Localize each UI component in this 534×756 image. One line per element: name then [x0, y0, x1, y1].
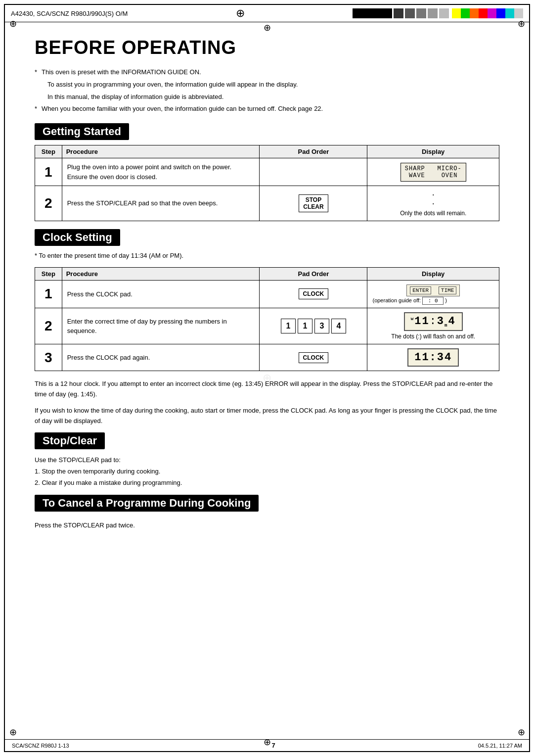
- pad-order-cell: 1 1 3 4: [260, 308, 367, 344]
- num-key-1b: 1: [298, 319, 312, 333]
- num-key-3: 3: [314, 319, 329, 333]
- only-dots-caption: Only the dots will remain.: [372, 210, 494, 217]
- clock-setting-section: Clock Setting * To enter the present tim…: [35, 229, 499, 371]
- col-padorder: Pad Order: [260, 145, 367, 158]
- display-cell: ENTER TIME (operation guide off: : 0 ): [367, 280, 499, 308]
- footer-right: 04.5.21, 11:27 AM: [478, 743, 522, 749]
- stop-clear-list: Use the STOP/CLEAR pad to: 1. Stop the o…: [35, 454, 499, 489]
- stop-clear-section: Stop/Clear Use the STOP/CLEAR pad to: 1.…: [35, 432, 499, 489]
- table-header-row: Step Procedure Pad Order Display: [35, 145, 499, 158]
- dots-flash-caption: The dots (:) will flash on and off.: [372, 333, 494, 340]
- header-center-crosshair: ⊕: [236, 7, 245, 20]
- clock-intro: * To enter the present time of day 11:34…: [35, 251, 499, 261]
- step-number: 2: [35, 308, 62, 344]
- intro-bullets: * This oven is preset with the INFORMATI…: [35, 67, 499, 114]
- display-cell: ·· Only the dots will remain.: [367, 186, 499, 221]
- stop-clear-item-1: 1. Stop the oven temporarily during cook…: [35, 466, 499, 477]
- clock-footnote-2: If you wish to know the time of day duri…: [35, 406, 499, 426]
- bullet-2: * When you become familiar with your ove…: [35, 104, 499, 114]
- col-display: Display: [367, 267, 499, 280]
- step-number: 1: [35, 280, 62, 308]
- bullet-1b: In this manual, the display of informati…: [35, 92, 499, 102]
- superscript-w: w: [411, 317, 414, 322]
- subscript-m: m: [445, 323, 448, 328]
- stop-clear-intro: Use the STOP/CLEAR pad to:: [35, 454, 499, 466]
- page-number: 7: [272, 742, 275, 749]
- et-hint-box: : 0: [422, 297, 444, 305]
- bullet-1a: To assist you in programming your oven, …: [35, 80, 499, 90]
- col-step: Step: [35, 267, 62, 280]
- table-row: 1 Press the CLOCK pad. CLOCK ENTER TIME: [35, 280, 499, 308]
- col-step: Step: [35, 145, 62, 158]
- col-padorder: Pad Order: [260, 267, 367, 280]
- et-time: TIME: [439, 286, 456, 294]
- bullet-1: * This oven is preset with the INFORMATI…: [35, 67, 499, 78]
- page-main-title: BEFORE OPERATING: [35, 37, 499, 58]
- page-header: A42430, SCA/SCNZ R980J/990J(S) O/M ⊕: [5, 5, 529, 22]
- lcd-display-sharp: SHARP MICRO- WAVE OVEN: [400, 163, 466, 182]
- getting-started-section: Getting Started Step Procedure Pad Order…: [35, 123, 499, 221]
- footer-left: SCA/SCNZ R980J 1-13: [12, 743, 69, 749]
- dots-display: ··: [372, 190, 494, 208]
- clock-pad: CLOCK: [299, 288, 329, 299]
- et-space: [433, 287, 437, 293]
- procedure-cell: Press the CLOCK pad again.: [62, 344, 260, 371]
- black-bars: [353, 8, 449, 18]
- pad-label-stop: STOP: [303, 196, 323, 203]
- reg-mark-tr: ⊕: [516, 19, 526, 29]
- header-title: A42430, SCA/SCNZ R980J/990J(S) O/M: [11, 10, 128, 17]
- step-number: 3: [35, 344, 62, 371]
- table-row: 1 Plug the oven into a power point and s…: [35, 158, 499, 186]
- enter-time-row: ENTER TIME: [410, 286, 456, 294]
- procedure-cell: Press the CLOCK pad.: [62, 280, 260, 308]
- table-row: 3 Press the CLOCK pad again. CLOCK 11:34: [35, 344, 499, 371]
- enter-time-display: ENTER TIME: [406, 284, 460, 296]
- col-procedure: Procedure: [62, 145, 260, 158]
- procedure-cell: Press the STOP/CLEAR pad so that the ove…: [62, 186, 260, 221]
- number-keys: 1 1 3 4: [265, 319, 362, 333]
- reg-mark-tm: ⊕: [262, 23, 272, 33]
- num-key-4: 4: [331, 319, 346, 333]
- stop-clear-heading: Stop/Clear: [35, 432, 105, 449]
- cancel-section: To Cancel a Programme During Cooking Pre…: [35, 495, 499, 531]
- pad-label-clear: CLEAR: [303, 203, 323, 210]
- et-enter: ENTER: [410, 286, 431, 294]
- clock-table: Step Procedure Pad Order Display 1 Press…: [35, 267, 499, 371]
- pad-order-cell: CLOCK: [260, 280, 367, 308]
- cancel-text: Press the STOP/CLEAR pad twice.: [35, 520, 499, 531]
- clock-pad-again: CLOCK: [299, 352, 329, 363]
- step-number: 2: [35, 186, 62, 221]
- clock-setting-heading: Clock Setting: [35, 229, 120, 246]
- lcd-row-1: SHARP MICRO-: [405, 165, 462, 172]
- col-display: Display: [367, 145, 499, 158]
- clock-hint: (operation guide off: : 0 ): [372, 297, 494, 304]
- lcd-row-2: WAVE OVEN: [405, 172, 462, 179]
- table-row: 2 Enter the correct time of day by press…: [35, 308, 499, 344]
- procedure-cell: Plug the oven into a power point and swi…: [62, 158, 260, 186]
- clock-footnote-1: This is a 12 hour clock. If you attempt …: [35, 379, 499, 400]
- table-row: 2 Press the STOP/CLEAR pad so that the o…: [35, 186, 499, 221]
- reg-mark-tl: ⊕: [8, 19, 18, 29]
- procedure-cell: Enter the correct time of day by pressin…: [62, 308, 260, 344]
- getting-started-table: Step Procedure Pad Order Display 1 Plug …: [35, 145, 499, 221]
- color-bars: [452, 8, 523, 18]
- page-border: A42430, SCA/SCNZ R980J/990J(S) O/M ⊕: [4, 4, 530, 752]
- stop-clear-pad: STOP CLEAR: [299, 194, 328, 212]
- reg-mark-bl: ⊕: [8, 727, 18, 737]
- cancel-heading: To Cancel a Programme During Cooking: [35, 495, 259, 512]
- reg-mark-br: ⊕: [516, 727, 526, 737]
- display-cell: w11:3m4 The dots (:) will flash on and o…: [367, 308, 499, 344]
- pad-order-cell: [260, 158, 367, 186]
- display-cell: SHARP MICRO- WAVE OVEN: [367, 158, 499, 186]
- clock-display-large: w11:3m4: [404, 312, 463, 331]
- col-procedure: Procedure: [62, 267, 260, 280]
- main-content: BEFORE OPERATING * This oven is preset w…: [5, 22, 529, 547]
- pad-order-cell: CLOCK: [260, 344, 367, 371]
- clock-display-final: 11:34: [407, 348, 459, 367]
- step-number: 1: [35, 158, 62, 186]
- page-footer: SCA/SCNZ R980J 1-13 7 04.5.21, 11:27 AM: [5, 739, 529, 751]
- pad-order-cell: STOP CLEAR: [260, 186, 367, 221]
- num-key-1: 1: [281, 319, 296, 333]
- stop-clear-item-2: 2. Clear if you make a mistake during pr…: [35, 477, 499, 488]
- display-cell: 11:34: [367, 344, 499, 371]
